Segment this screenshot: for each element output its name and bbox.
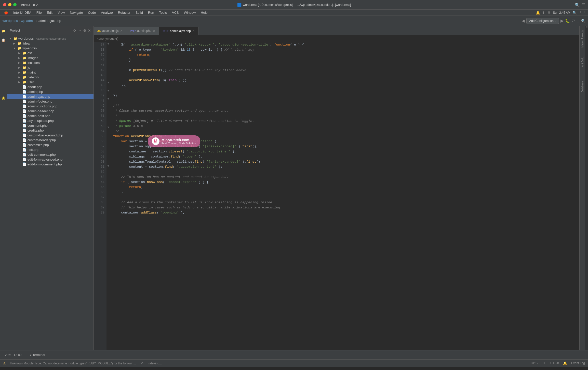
fold-func[interactable]: ▼ — [106, 126, 110, 129]
menu-view[interactable]: View — [56, 10, 67, 15]
menu-build[interactable]: Build — [133, 10, 145, 15]
tree-item-idea[interactable]: ▶ 📁 .idea — [7, 41, 93, 46]
tree-item-admin-php[interactable]: ▶ 📄 admin.php — [7, 89, 93, 94]
breadcrumb-wp-admin[interactable]: wp-admin — [21, 19, 35, 23]
breadcrumb-current[interactable]: admin-ajax.php — [38, 19, 61, 23]
tree-item-custom-background-php[interactable]: ▶ 📄 custom-background.php — [7, 133, 93, 138]
bottom-toolbar: ✓ 6: TODO ▸ Terminal — [0, 350, 588, 359]
tab-admin-php[interactable]: PHP admin.php ✕ — [126, 27, 159, 35]
search-icon[interactable]: 🔍 — [575, 2, 580, 7]
tree-item-network[interactable]: ▶ 📁 network — [7, 75, 93, 80]
tree-item-includes[interactable]: ▶ 📁 includes — [7, 60, 93, 65]
tree-item-customize-php[interactable]: ▶ 📄 customize.php — [7, 143, 93, 147]
tree-item-edit-form-advanced-php[interactable]: ▶ 📄 edit-form-advanced.php — [7, 157, 93, 162]
editor-scrollbar[interactable] — [585, 26, 588, 350]
tree-item-edit-php[interactable]: ▶ 📄 edit.php — [7, 147, 93, 152]
options-icon[interactable]: ⋮⋮ — [579, 11, 586, 15]
breadcrumb-wordpress[interactable]: wordpress — [3, 19, 18, 23]
tree-item-wordpress-root[interactable]: ▼ 📁 wordpress ~/Documents/wordpress — [7, 36, 93, 41]
sync-icon[interactable]: ⟳ — [73, 29, 76, 33]
tree-item-js[interactable]: ▶ 📁 js — [7, 65, 93, 70]
tree-item-wp-admin[interactable]: ▼ 📁 wp-admin — [7, 46, 93, 51]
tree-item-comment-php[interactable]: ▶ 📄 comment.php — [7, 123, 93, 128]
event-log-label[interactable]: Event Log — [571, 361, 585, 365]
tree-item-user[interactable]: ▶ 📁 user — [7, 80, 93, 84]
minimize-button[interactable] — [8, 3, 11, 6]
tree-item-maint[interactable]: ▶ 📁 maint — [7, 70, 93, 75]
fold-63[interactable]: ▼ — [106, 164, 110, 167]
menu-window[interactable]: Window — [182, 10, 198, 15]
run-icon[interactable]: ▶ — [560, 18, 564, 23]
line-num-45: 45 — [94, 83, 106, 88]
tab-close-admin-php[interactable]: ✕ — [153, 29, 155, 33]
tree-item-edit-comments-php[interactable]: ▶ 📄 edit-comments.php — [7, 152, 93, 157]
code-editor[interactable]: 37 38 39 40 41 42 43 44 45 46 47 48 49 5… — [94, 42, 579, 350]
tab-accordion-js[interactable]: JS accordion.js ✕ — [94, 27, 126, 35]
project-tab-button[interactable]: 📁 — [1, 28, 7, 34]
search-global-icon[interactable]: 🔍 — [572, 11, 577, 15]
traffic-lights — [3, 3, 17, 6]
status-encoding[interactable]: UTF-8 — [550, 361, 559, 365]
tree-item-about-php[interactable]: ▶ 📄 about.php — [7, 84, 93, 89]
tree-item-admin-ajax-php[interactable]: ▶ 📄 admin-ajax.php — [7, 94, 93, 99]
menu-icon[interactable]: ☰ — [581, 2, 585, 7]
tab-close-admin-ajax-php[interactable]: ✕ — [192, 29, 195, 33]
menu-file[interactable]: File — [34, 10, 44, 15]
line-num-40: 40 — [94, 58, 106, 63]
close-panel-icon[interactable]: ✕ — [88, 29, 91, 33]
tree-item-images[interactable]: ▶ 📁 images — [7, 55, 93, 60]
coverage-icon[interactable]: 🛡 — [571, 19, 575, 23]
status-position[interactable]: 31:17 — [531, 361, 539, 365]
scrollbar-thumb[interactable] — [586, 26, 588, 27]
tree-label-wp-admin: wp-admin — [22, 46, 37, 50]
apple-menu[interactable]: 🍎 — [2, 11, 10, 15]
favorites-tab-button[interactable]: ⭐ — [1, 95, 7, 101]
menu-edit[interactable]: Edit — [45, 10, 55, 15]
add-config-button[interactable]: Add Configuration... — [526, 18, 559, 24]
menu-vcs[interactable]: VCS — [170, 10, 181, 15]
structure-tab-button[interactable]: 📋 — [1, 37, 7, 43]
tree-item-admin-post-php[interactable]: ▶ 📄 admin-post.php — [7, 113, 93, 118]
tab-close-accordion-js[interactable]: ✕ — [120, 29, 123, 33]
maximize-button[interactable] — [13, 3, 17, 6]
code-content[interactable]: $( '.accordion-container' ).on( 'click k… — [111, 42, 579, 350]
back-icon[interactable]: ◀ — [522, 19, 525, 23]
menu-intellij[interactable]: IntelliJ IDEA — [11, 10, 33, 15]
settings-icon[interactable]: ⚙ — [83, 29, 86, 33]
status-lf[interactable]: LF — [543, 361, 546, 365]
menu-navigate[interactable]: Navigate — [68, 10, 85, 15]
menu-refactor[interactable]: Refactor — [116, 10, 132, 15]
tree-item-custom-header-php[interactable]: ▶ 📄 custom-header.php — [7, 138, 93, 143]
debug-icon[interactable]: 🐛 — [565, 19, 570, 23]
search-code-icon[interactable]: 🔍 — [581, 19, 585, 23]
layout-icon[interactable]: ⊞ — [577, 19, 580, 23]
tree-item-async-upload-php[interactable]: ▶ 📄 async-upload.php — [7, 118, 93, 123]
tree-item-edit-form-comment-php[interactable]: ▶ 📄 edit-form-comment.php — [7, 162, 93, 167]
fold-47[interactable]: ▼ — [106, 89, 110, 92]
todo-tab[interactable]: ✓ 6: TODO — [3, 352, 24, 358]
fold-doc[interactable]: ▼ — [106, 97, 110, 100]
menu-analyze[interactable]: Analyze — [99, 10, 115, 15]
fold-45[interactable]: ▼ — [106, 81, 110, 84]
tree-item-credits-php[interactable]: ▶ 📄 credits.php — [7, 128, 93, 133]
screen-icon[interactable]: 🖥 — [547, 11, 551, 15]
right-tab-maven[interactable]: Maven Projects — [580, 28, 585, 50]
tree-item-css[interactable]: ▶ 📁 css — [7, 51, 93, 55]
menu-code[interactable]: Code — [86, 10, 98, 15]
tree-item-admin-functions-php[interactable]: ▶ 📄 admin-functions.php — [7, 104, 93, 109]
expand-icon[interactable]: ↔ — [78, 29, 82, 33]
terminal-tab[interactable]: ▸ Terminal — [28, 352, 47, 358]
menu-tools[interactable]: Tools — [157, 10, 169, 15]
tree-item-admin-footer-php[interactable]: ▶ 📄 admin-footer.php — [7, 99, 93, 104]
vcs-icon[interactable]: ⬆ — [542, 11, 545, 15]
right-tab-database[interactable]: Database — [580, 79, 585, 94]
notification-icon[interactable]: 🔔 — [536, 11, 540, 15]
fold-37[interactable]: ▼ — [106, 42, 110, 45]
right-tab-ant[interactable]: Ant Build — [580, 55, 585, 69]
close-button[interactable] — [3, 3, 6, 6]
tree-label-custom-background-php: custom-background.php — [28, 133, 63, 137]
tab-admin-ajax-php[interactable]: PHP admin-ajax.php ✕ — [159, 27, 198, 35]
menu-help[interactable]: Help — [199, 10, 210, 15]
tree-item-admin-header-php[interactable]: ▶ 📄 admin-header.php — [7, 109, 93, 113]
menu-run[interactable]: Run — [146, 10, 156, 15]
